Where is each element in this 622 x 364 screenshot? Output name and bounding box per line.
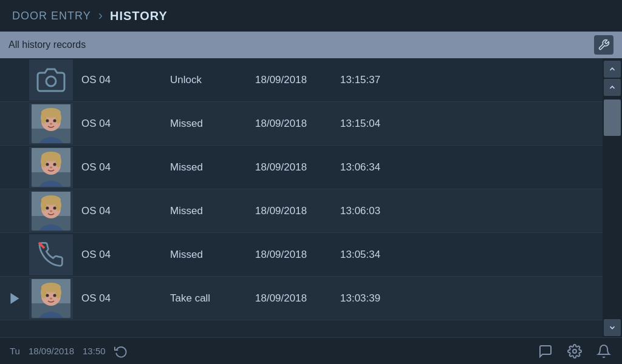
row-device: OS 04 [73,74,170,86]
row-device: OS 04 [73,249,170,261]
status-bar: Tu 18/09/2018 13:50 [0,337,622,364]
svg-point-29 [53,206,56,209]
row-status: Take call [170,292,255,305]
filter-bar: All history records [0,32,622,58]
svg-point-7 [55,112,61,124]
svg-point-8 [46,119,49,122]
svg-point-16 [41,155,47,167]
svg-point-28 [46,206,49,209]
svg-point-17 [55,155,61,167]
row-date: 18/09/2018 [255,249,340,261]
breadcrumb-history: HISTORY [110,9,168,23]
svg-point-30 [50,210,52,212]
main-content: OS 04Unlock18/09/201813:15:37 OS 04Misse… [0,58,622,357]
status-day: Tu [10,346,20,356]
row-thumbnail [29,278,73,319]
svg-point-27 [55,199,61,211]
scroll-down-button[interactable] [604,319,621,336]
status-time: 13:50 [83,346,106,356]
row-thumbnail [29,59,73,101]
row-device: OS 04 [73,292,170,305]
breadcrumb-door-entry: DOOR ENTRY [12,10,91,22]
row-status: Unlock [170,74,255,86]
row-thumbnail [29,103,73,144]
table-row[interactable]: OS 04Missed18/09/201813:15:04 [0,102,603,146]
row-thumbnail [29,234,73,275]
svg-point-9 [53,119,56,122]
table-row[interactable]: OS 04Missed18/09/201813:05:34 [0,233,603,277]
svg-point-43 [573,349,576,353]
table-row[interactable]: OS 04Unlock18/09/201813:15:37 [0,58,603,102]
history-table: OS 04Unlock18/09/201813:15:37 OS 04Misse… [0,58,603,357]
row-device: OS 04 [73,118,170,130]
row-status: Missed [170,161,255,174]
scroll-up2-button[interactable] [604,79,621,96]
row-status: Missed [170,249,255,261]
row-thumbnail [29,190,73,232]
svg-point-26 [41,199,47,211]
svg-point-42 [50,297,52,299]
row-time: 13:06:03 [340,205,596,217]
status-history-icon[interactable] [114,345,128,358]
svg-point-0 [46,76,56,86]
message-icon[interactable] [537,343,554,360]
svg-point-20 [50,166,52,168]
row-status: Missed [170,205,255,217]
svg-point-10 [50,123,52,124]
filter-label: All history records [9,39,86,50]
row-date: 18/09/2018 [255,118,340,130]
row-date: 18/09/2018 [255,161,340,174]
filter-settings-button[interactable] [594,35,613,55]
svg-point-38 [41,286,47,298]
svg-point-41 [53,294,56,297]
scroll-thumb[interactable] [604,99,621,136]
row-time: 13:15:04 [340,118,596,130]
scroll-up-button[interactable] [604,61,621,78]
row-device: OS 04 [73,205,170,217]
row-status: Missed [170,118,255,130]
svg-point-6 [41,112,47,124]
row-time: 13:05:34 [340,249,596,261]
status-date: 18/09/2018 [29,346,74,356]
breadcrumb-separator: › [98,8,103,24]
table-row[interactable]: OS 04Missed18/09/201813:06:34 [0,146,603,189]
row-time: 13:03:39 [340,292,596,305]
table-row[interactable]: OS 04Missed18/09/201813:06:03 [0,189,603,233]
row-thumbnail [29,147,73,188]
svg-point-18 [46,163,49,166]
row-device: OS 04 [73,161,170,174]
svg-point-19 [53,163,56,166]
row-time: 13:06:34 [340,161,596,174]
settings-icon[interactable] [566,343,583,360]
svg-point-40 [46,294,49,297]
play-button[interactable] [0,292,29,305]
status-datetime: Tu 18/09/2018 13:50 [10,345,128,358]
row-date: 18/09/2018 [255,205,340,217]
app-header: DOOR ENTRY › HISTORY [0,0,622,32]
table-row[interactable]: OS 04Take call18/09/201813:03:39 [0,277,603,320]
svg-point-39 [55,286,61,298]
row-time: 13:15:37 [340,74,596,86]
scrollbar [603,58,622,357]
bell-icon[interactable] [595,343,612,360]
row-date: 18/09/2018 [255,292,340,305]
status-actions [537,343,612,360]
svg-marker-32 [11,294,18,303]
row-date: 18/09/2018 [255,74,340,86]
